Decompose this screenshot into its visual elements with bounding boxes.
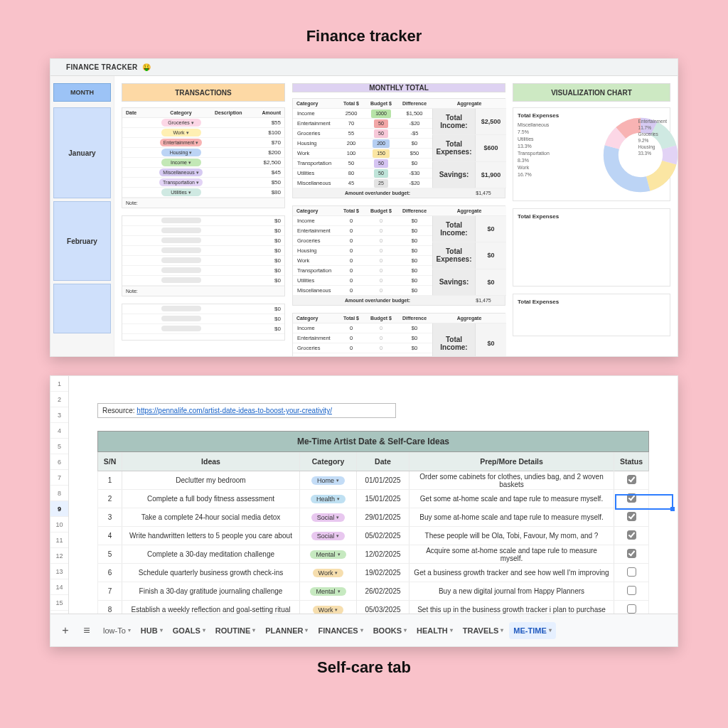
monthly-total-row[interactable]: Work100150$50 [293, 149, 432, 159]
cell-sn[interactable]: 1 [98, 471, 122, 489]
cell-idea[interactable]: Establish a weekly reflection and goal-s… [122, 601, 300, 614]
monthly-total-row[interactable]: Housing00$0 [293, 353, 432, 357]
monthly-total-january[interactable]: CategoryTotal $Budget $DifferenceIncome2… [292, 98, 505, 198]
selfcare-row[interactable]: 6 Schedule quarterly business growth che… [97, 564, 649, 582]
category-pill[interactable]: Work▾ [161, 129, 201, 136]
category-pill[interactable]: Social▾ [311, 513, 346, 522]
row-number[interactable]: 1 [50, 376, 68, 392]
category-pill[interactable] [161, 237, 201, 243]
monthly-total-row[interactable]: Income25001000$1,500 [293, 109, 432, 119]
status-checkbox[interactable] [627, 512, 636, 521]
status-checkbox[interactable] [627, 549, 636, 558]
row-number[interactable]: 6 [50, 454, 68, 470]
row-number[interactable]: 8 [50, 486, 68, 501]
category-pill[interactable] [161, 277, 201, 283]
monthly-total-row[interactable]: Groceries00$0 [293, 343, 432, 353]
selfcare-row[interactable]: 5 Complete a 30-day meditation challenge… [97, 545, 649, 564]
category-pill[interactable] [161, 228, 201, 233]
monthly-total-row[interactable]: Groceries00$0 [293, 236, 432, 246]
transaction-row[interactable]: Utilities▾$80 [122, 188, 284, 198]
selfcare-row[interactable]: 3 Take a complete 24-hour social media d… [97, 508, 649, 527]
row-number[interactable]: 5 [50, 439, 68, 454]
category-pill[interactable] [161, 257, 201, 263]
category-pill[interactable]: Mental▾ [310, 550, 346, 559]
selfcare-row[interactable]: 8 Establish a weekly reflection and goal… [97, 601, 649, 614]
monthly-total-row[interactable]: Transportation5050$0 [293, 159, 432, 168]
monthly-total-row[interactable]: Transportation00$0 [293, 266, 432, 276]
row-number[interactable]: 3 [50, 407, 68, 423]
row-number[interactable]: 14 [50, 579, 68, 595]
category-pill[interactable]: Utilities▾ [161, 188, 201, 196]
cell-date[interactable]: 12/02/2025 [357, 545, 410, 563]
cell-prep[interactable]: Buy a new digital journal from Happy Pla… [410, 582, 614, 600]
selfcare-row[interactable]: 7 Finish a 30-day gratitude journaling c… [97, 582, 649, 601]
row-number[interactable]: 7 [50, 470, 68, 486]
cell-idea[interactable]: Finish a 30-day gratitude journaling cha… [122, 582, 300, 600]
cell-date[interactable]: 29/01/2025 [357, 508, 410, 526]
row-number[interactable]: 9 [50, 501, 68, 517]
status-checkbox[interactable] [627, 567, 636, 577]
monthly-total-row[interactable]: Housing00$0 [293, 246, 432, 256]
status-checkbox[interactable] [627, 604, 636, 614]
category-pill[interactable]: Work▾ [313, 569, 344, 577]
row-number[interactable]: 4 [50, 423, 68, 439]
monthly-total-row[interactable]: Utilities00$0 [293, 276, 432, 286]
sheet-tab-bar[interactable]: + ≡ low-To▾HUB▾GOALS▾ROUTINE▾PLANNER▾FIN… [50, 614, 678, 646]
sheet-tab-hub[interactable]: HUB▾ [136, 622, 167, 639]
transaction-row[interactable]: $0 [122, 276, 284, 286]
cell-sn[interactable]: 7 [98, 582, 122, 600]
cell-idea[interactable]: Take a complete 24-hour social media det… [122, 508, 300, 526]
viz-march[interactable]: Total Expenses [513, 294, 670, 336]
status-checkbox[interactable] [627, 475, 636, 484]
status-checkbox[interactable] [627, 530, 636, 540]
cell-date[interactable]: 19/02/2025 [357, 564, 410, 582]
cell-date[interactable]: 05/03/2025 [357, 601, 410, 614]
category-pill[interactable]: Health▾ [311, 495, 346, 503]
cell-date[interactable]: 01/01/2025 [357, 471, 410, 489]
monthly-total-row[interactable]: Income00$0 [293, 216, 432, 226]
month-january[interactable]: January [53, 107, 111, 198]
viz-january[interactable]: Total Expenses Miscellaneous7.5%Utilitie… [513, 107, 670, 201]
sheet-tab-finances[interactable]: FINANCES▾ [314, 622, 367, 639]
transactions-february[interactable]: $0$0$0$0$0$0$0Note: [122, 215, 285, 296]
sheet-tab-health[interactable]: HEALTH▾ [412, 622, 457, 639]
cell-idea[interactable]: Complete a 30-day meditation challenge [122, 545, 300, 563]
sheet-tab-goals[interactable]: GOALS▾ [168, 622, 210, 639]
add-sheet-button[interactable]: + [56, 621, 75, 640]
category-pill[interactable]: Work▾ [313, 606, 344, 614]
sheet-tab-low-to[interactable]: low-To▾ [99, 622, 135, 639]
monthly-total-row[interactable]: Entertainment00$0 [293, 333, 432, 343]
cell-sn[interactable]: 6 [98, 564, 122, 582]
monthly-total-row[interactable]: Miscellaneous4525-$20 [293, 178, 432, 188]
cell-date[interactable]: 26/02/2025 [357, 582, 410, 600]
month-next[interactable] [53, 284, 111, 333]
cell-sn[interactable]: 3 [98, 508, 122, 526]
status-checkbox[interactable] [627, 493, 636, 503]
row-number-gutter[interactable]: 12345678910111213141516 [50, 376, 69, 614]
row-number[interactable]: 11 [50, 532, 68, 548]
cell-idea[interactable]: Schedule quarterly business growth check… [122, 564, 300, 582]
row-number[interactable]: 15 [50, 595, 68, 611]
cell-idea[interactable]: Write handwritten letters to 5 people yo… [122, 527, 300, 545]
monthly-total-row[interactable]: Miscellaneous00$0 [293, 286, 432, 296]
viz-february[interactable]: Total Expenses [513, 208, 670, 287]
row-number[interactable]: 10 [50, 517, 68, 532]
cell-date[interactable]: 15/01/2025 [357, 490, 410, 508]
cell-idea[interactable]: Declutter my bedroom [122, 471, 300, 489]
category-pill[interactable]: Transportation▾ [159, 178, 203, 186]
all-sheets-button[interactable]: ≡ [77, 621, 96, 640]
resource-link[interactable]: https://pennalife.com/artist-date-ideas-… [136, 407, 332, 414]
row-number[interactable]: 2 [50, 392, 68, 407]
category-pill[interactable]: Miscellaneous▾ [159, 168, 202, 176]
monthly-total-february[interactable]: CategoryTotal $Budget $DifferenceIncome0… [292, 205, 505, 306]
category-pill[interactable]: Groceries▾ [161, 119, 201, 127]
monthly-total-row[interactable]: Entertainment00$0 [293, 226, 432, 236]
transactions-march[interactable]: $0$0$0 [122, 304, 285, 341]
selfcare-row[interactable]: 1 Declutter my bedroom Home▾ 01/01/2025 … [97, 471, 649, 490]
sheet-tab-planner[interactable]: PLANNER▾ [261, 622, 312, 639]
category-pill[interactable]: Entertainment▾ [160, 139, 203, 146]
cell-idea[interactable]: Complete a full body fitness assessment [122, 490, 300, 508]
category-pill[interactable]: Home▾ [311, 476, 345, 485]
cell-sn[interactable]: 2 [98, 490, 122, 508]
transactions-january[interactable]: DateCategoryDescriptionAmountGroceries▾$… [122, 107, 285, 208]
